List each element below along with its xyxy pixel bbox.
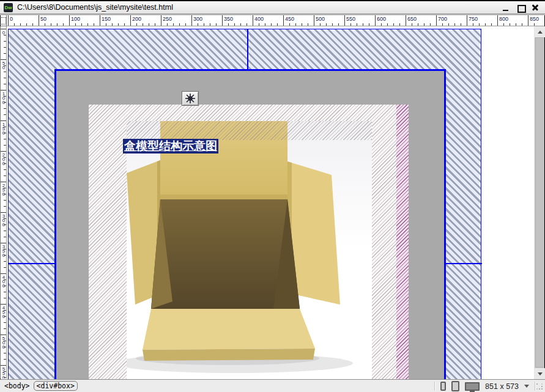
chevron-up-icon: [538, 31, 543, 34]
v-ruler-tick: [4, 286, 6, 286]
v-ruler-tick: [4, 249, 6, 250]
window-size-dropdown-icon[interactable]: [524, 385, 529, 388]
v-ruler-tick: [4, 127, 6, 127]
h-ruler-label: 750: [469, 16, 478, 22]
vertical-ruler: 05 01 0 01 5 02 0 02 5 03 0 03 5 04 0 04…: [0, 26, 7, 379]
cardboard-box-illustration: [127, 121, 372, 379]
h-ruler-tick: [381, 23, 382, 26]
h-ruler-tick: [149, 23, 149, 26]
v-ruler-label: 0: [1, 31, 6, 35]
v-ruler-tick: [4, 371, 6, 372]
h-ruler-tick: [130, 15, 131, 26]
tag-div-box[interactable]: <div#box>: [34, 381, 78, 391]
margin-center-guide-right: [444, 263, 482, 264]
h-ruler-tick: [375, 15, 376, 26]
tag-body[interactable]: <body>: [3, 381, 31, 391]
desktop-preview-icon[interactable]: [465, 382, 480, 391]
h-ruler-tick: [418, 23, 418, 26]
h-ruler-label: 300: [193, 16, 202, 22]
padding-margin-overlap-hatch: [396, 105, 409, 379]
v-ruler-tick: [4, 322, 6, 323]
h-ruler-tick: [338, 23, 339, 26]
v-ruler-tick: [4, 41, 6, 42]
h-ruler-label: 500: [316, 16, 325, 22]
window-title: C:\Users\8\Documents\js_site\mysite\test…: [17, 3, 496, 12]
v-ruler-tick: [4, 72, 6, 72]
v-ruler-tick: [1, 29, 6, 29]
h-ruler-tick: [155, 23, 155, 26]
h-ruler-tick: [57, 23, 57, 26]
v-ruler-tick: [4, 347, 6, 347]
v-ruler-tick: [4, 267, 6, 268]
v-ruler-tick: [4, 139, 6, 139]
margin-center-guide-top: [247, 29, 248, 70]
h-ruler-tick: [185, 23, 186, 26]
vertical-scrollbar[interactable]: [534, 26, 544, 379]
v-ruler-tick: [1, 120, 6, 121]
h-ruler-tick: [393, 23, 394, 26]
minimize-button[interactable]: [502, 3, 511, 12]
h-ruler-tick: [302, 23, 302, 26]
h-ruler-tick: [522, 23, 522, 26]
v-ruler-tick: [4, 206, 6, 207]
content-box-image[interactable]: [127, 121, 372, 379]
h-ruler-tick: [412, 23, 412, 26]
h-ruler-tick: [277, 23, 278, 26]
h-ruler-tick: [136, 23, 137, 26]
scrollbar-thumb[interactable]: [535, 37, 544, 368]
v-ruler-tick: [1, 182, 6, 182]
v-ruler-tick: [4, 261, 6, 262]
v-ruler-tick: [4, 169, 6, 170]
v-ruler-tick: [4, 341, 6, 341]
v-ruler-tick: [1, 243, 6, 243]
title-bar: Dw C:\Users\8\Documents\js_site\mysite\t…: [0, 0, 545, 14]
v-ruler-tick: [4, 218, 6, 219]
h-ruler-label: 150: [102, 16, 111, 22]
h-ruler-label: 200: [132, 16, 141, 22]
h-ruler-tick: [179, 23, 180, 26]
window-resize-grip[interactable]: [536, 383, 544, 391]
v-ruler-tick: [4, 231, 6, 231]
h-ruler-tick: [332, 23, 333, 26]
h-ruler-label: 400: [254, 16, 264, 22]
window-size-value[interactable]: 851 x 573: [485, 382, 519, 391]
h-ruler-tick: [45, 23, 45, 26]
mobile-preview-icon[interactable]: [440, 382, 446, 391]
v-ruler-tick: [4, 194, 6, 194]
h-ruler-tick: [424, 23, 425, 26]
h-ruler-tick: [253, 15, 253, 26]
h-ruler-tick: [87, 23, 88, 26]
maximize-button[interactable]: [516, 3, 525, 12]
h-ruler-label: 350: [224, 16, 233, 22]
h-ruler-tick: [100, 15, 100, 26]
h-ruler-label: 550: [346, 16, 355, 22]
tablet-preview-icon[interactable]: [451, 381, 459, 391]
scroll-down-button[interactable]: [535, 368, 545, 379]
scroll-up-button[interactable]: [535, 26, 545, 37]
v-ruler-tick: [1, 365, 6, 366]
close-button[interactable]: [531, 3, 540, 12]
v-ruler-tick: [4, 65, 6, 66]
v-ruler-tick: [4, 133, 6, 133]
h-ruler-tick: [161, 15, 161, 26]
horizontal-ruler: 0501001502002503003504004505005506006507…: [7, 15, 544, 26]
selected-heading-text[interactable]: 盒模型结构示意图: [123, 139, 218, 153]
h-ruler-tick: [124, 23, 125, 26]
design-view-canvas[interactable]: 盒模型结构示意图: [7, 26, 534, 379]
v-ruler-tick: [4, 316, 6, 317]
v-ruler-tick: [4, 353, 6, 353]
v-ruler-tick: [4, 279, 6, 280]
h-ruler-tick: [442, 23, 443, 26]
v-ruler-tick: [4, 157, 6, 158]
h-ruler-tick: [314, 15, 314, 26]
h-ruler-tick: [461, 23, 461, 26]
v-ruler-tick: [4, 377, 6, 378]
v-ruler-tick: [4, 163, 6, 164]
h-ruler-tick: [69, 15, 70, 26]
h-ruler-tick: [295, 23, 296, 26]
h-ruler-tick: [234, 23, 235, 26]
h-ruler-tick: [406, 15, 406, 26]
h-ruler-tick: [491, 23, 492, 26]
h-ruler-tick: [448, 23, 449, 26]
invisible-element-marker-icon[interactable]: [182, 91, 199, 106]
